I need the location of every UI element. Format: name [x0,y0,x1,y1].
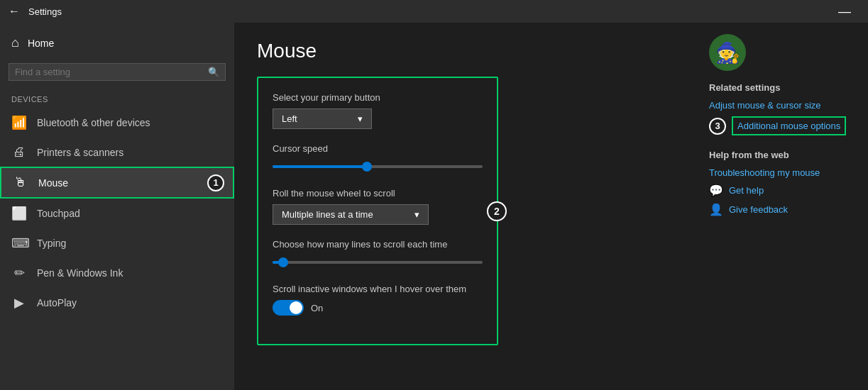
help-title: Help from the web [709,150,857,160]
sidebar: ⌂ Home 🔍 Devices 📶 Bluetooth & other dev… [0,23,234,390]
home-label: Home [28,38,54,49]
cursor-speed-setting: Cursor speed [273,143,483,174]
window-controls: — [830,5,859,18]
toggle-state-label: On [311,303,323,313]
adjust-mouse-link[interactable]: Adjust mouse & cursor size [709,100,857,111]
search-box[interactable]: 🔍 [9,63,226,81]
sidebar-item-touchpad-label: Touchpad [37,208,80,219]
primary-button-dropdown[interactable]: Left ▾ [273,108,372,129]
search-icon: 🔍 [208,67,219,77]
scroll-wheel-setting: Roll the mouse wheel to scroll Multiple … [273,188,483,225]
related-settings-title: Related settings [709,82,857,93]
printers-icon: 🖨 [11,145,27,160]
settings-panel: 2 Select your primary button Left ▾ Curs… [257,77,498,345]
toggle-knob [290,301,302,314]
help-section: Help from the web Troubleshooting my mou… [709,150,857,216]
sidebar-item-typing[interactable]: ⌨ Typing [0,228,234,258]
scroll-wheel-value: Multiple lines at a time [282,209,373,220]
content-area: Mouse 2 Select your primary button Left … [234,23,698,390]
minimize-button[interactable]: — [830,5,859,18]
right-panel: 🧙 Related settings Adjust mouse & cursor… [698,23,868,390]
give-feedback-icon: 👤 [709,203,723,216]
scroll-lines-thumb[interactable] [278,257,288,267]
scroll-wheel-arrow: ▾ [414,209,419,220]
scroll-inactive-toggle-row: On [273,300,483,316]
sidebar-item-pen-label: Pen & Windows Ink [37,267,123,279]
page-title: Mouse [257,40,675,62]
primary-button-setting: Select your primary button Left ▾ [273,92,483,129]
primary-button-arrow: ▾ [358,113,363,124]
sidebar-item-mouse-label: Mouse [38,177,68,189]
app-title: Settings [28,6,62,17]
avatar: 🧙 [709,34,746,71]
sidebar-item-autoplay[interactable]: ▶ AutoPlay [0,288,234,318]
sidebar-item-bluetooth-label: Bluetooth & other devices [37,117,150,128]
sidebar-item-pen[interactable]: ✏ Pen & Windows Ink [0,258,234,288]
cursor-speed-track [273,165,483,168]
primary-button-value: Left [282,113,297,124]
additional-mouse-link[interactable]: Additional mouse options [732,116,846,135]
badge-3: 3 [709,118,726,135]
troubleshoot-link[interactable]: Troubleshooting my mouse [709,167,857,178]
cursor-speed-thumb[interactable] [362,162,372,172]
give-feedback-item: 👤 Give feedback [709,203,857,216]
sidebar-item-bluetooth[interactable]: 📶 Bluetooth & other devices [0,108,234,138]
badge-1: 1 [207,174,224,191]
scroll-inactive-label: Scroll inactive windows when I hover ove… [273,284,483,294]
scroll-lines-label: Choose how many lines to scroll each tim… [273,239,483,250]
bluetooth-icon: 📶 [11,115,27,130]
autoplay-icon: ▶ [11,295,27,311]
cursor-speed-label: Cursor speed [273,143,483,154]
home-icon: ⌂ [11,35,19,50]
mouse-icon: 🖱 [13,175,28,190]
main-layout: ⌂ Home 🔍 Devices 📶 Bluetooth & other dev… [0,23,868,390]
sidebar-home[interactable]: ⌂ Home [0,28,234,57]
pen-icon: ✏ [11,265,27,281]
scroll-lines-track [273,261,483,264]
give-feedback-link[interactable]: Give feedback [729,204,788,215]
get-help-link[interactable]: Get help [729,185,764,196]
cursor-speed-fill [273,165,367,168]
title-bar: ← Settings — [0,0,868,23]
cursor-speed-slider-container [273,160,483,174]
sidebar-item-typing-label: Typing [37,238,66,249]
back-button[interactable]: ← [9,5,20,18]
primary-button-label: Select your primary button [273,92,483,103]
scroll-wheel-label: Roll the mouse wheel to scroll [273,188,483,199]
typing-icon: ⌨ [11,235,27,251]
scroll-wheel-dropdown[interactable]: Multiple lines at a time ▾ [273,204,429,225]
sidebar-item-mouse[interactable]: 🖱 Mouse 1 [0,167,234,199]
search-input[interactable] [15,67,208,77]
scroll-lines-setting: Choose how many lines to scroll each tim… [273,239,483,269]
sidebar-item-autoplay-label: AutoPlay [37,297,77,308]
sidebar-item-printers-label: Printers & scanners [37,147,123,158]
sidebar-item-printers[interactable]: 🖨 Printers & scanners [0,138,234,167]
get-help-item: 💬 Get help [709,184,857,197]
scroll-inactive-toggle[interactable] [273,300,304,316]
avatar-emoji: 🧙 [715,41,740,65]
get-help-icon: 💬 [709,184,723,197]
badge-2: 2 [487,201,507,221]
scroll-inactive-setting: Scroll inactive windows when I hover ove… [273,284,483,316]
scroll-lines-slider-container [273,255,483,269]
sidebar-section-label: Devices [0,87,234,108]
sidebar-item-touchpad[interactable]: ⬜ Touchpad [0,199,234,228]
touchpad-icon: ⬜ [11,206,27,221]
